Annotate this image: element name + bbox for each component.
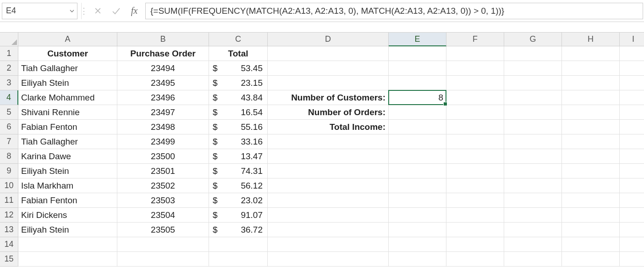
cell-G3[interactable] — [504, 76, 562, 90]
column-header-A[interactable]: A — [18, 33, 117, 46]
cell-C5[interactable]: $16.54 — [209, 105, 268, 120]
cell-D10[interactable] — [268, 178, 389, 193]
cell-G13[interactable] — [504, 223, 562, 237]
cell-I12[interactable] — [620, 208, 644, 223]
cell-D2[interactable] — [268, 61, 389, 76]
cell-H6[interactable] — [562, 120, 620, 134]
cell-F13[interactable] — [446, 223, 504, 237]
row-header-8[interactable]: 8 — [0, 149, 18, 164]
cell-I8[interactable] — [620, 149, 644, 164]
cell-C1[interactable]: Total — [209, 46, 268, 61]
cell-H11[interactable] — [562, 193, 620, 208]
column-header-H[interactable]: H — [562, 33, 620, 46]
cell-G12[interactable] — [504, 208, 562, 223]
cell-D14[interactable] — [268, 237, 389, 252]
cell-F10[interactable] — [446, 178, 504, 193]
column-header-F[interactable]: F — [446, 33, 504, 46]
row-header-15[interactable]: 15 — [0, 252, 18, 267]
row-header-11[interactable]: 11 — [0, 193, 18, 208]
row-header-3[interactable]: 3 — [0, 76, 18, 90]
cell-I5[interactable] — [620, 105, 644, 120]
cell-B4[interactable]: 23496 — [117, 90, 209, 105]
cell-H2[interactable] — [562, 61, 620, 76]
column-header-G[interactable]: G — [504, 33, 562, 46]
cell-F2[interactable] — [446, 61, 504, 76]
cell-A10[interactable]: Isla Markham — [18, 178, 117, 193]
cell-I7[interactable] — [620, 134, 644, 149]
cell-G4[interactable] — [504, 90, 562, 105]
cell-C2[interactable]: $53.45 — [209, 61, 268, 76]
cell-D13[interactable] — [268, 223, 389, 237]
cell-B7[interactable]: 23499 — [117, 134, 209, 149]
cell-H1[interactable] — [562, 46, 620, 61]
cell-H12[interactable] — [562, 208, 620, 223]
cell-I9[interactable] — [620, 164, 644, 178]
row-header-14[interactable]: 14 — [0, 237, 18, 252]
cell-B15[interactable] — [117, 252, 209, 267]
cell-A11[interactable]: Fabian Fenton — [18, 193, 117, 208]
enter-formula-button[interactable] — [107, 3, 125, 19]
cell-C15[interactable] — [209, 252, 268, 267]
cell-A12[interactable]: Kiri Dickens — [18, 208, 117, 223]
cell-C12[interactable]: $91.07 — [209, 208, 268, 223]
cell-I6[interactable] — [620, 120, 644, 134]
cell-C3[interactable]: $23.15 — [209, 76, 268, 90]
cell-B9[interactable]: 23501 — [117, 164, 209, 178]
row-header-13[interactable]: 13 — [0, 223, 18, 237]
column-header-I[interactable]: I — [620, 33, 644, 46]
cell-A8[interactable]: Karina Dawe — [18, 149, 117, 164]
cell-B11[interactable]: 23503 — [117, 193, 209, 208]
select-all-button[interactable] — [0, 33, 18, 46]
cell-F4[interactable] — [446, 90, 504, 105]
cell-F9[interactable] — [446, 164, 504, 178]
cell-I13[interactable] — [620, 223, 644, 237]
cell-F7[interactable] — [446, 134, 504, 149]
cell-A13[interactable]: Eiliyah Stein — [18, 223, 117, 237]
cell-D8[interactable] — [268, 149, 389, 164]
cell-C11[interactable]: $23.02 — [209, 193, 268, 208]
cell-E11[interactable] — [389, 193, 446, 208]
name-box-dropdown-icon[interactable] — [67, 3, 77, 19]
cell-H10[interactable] — [562, 178, 620, 193]
cell-A7[interactable]: Tiah Gallagher — [18, 134, 117, 149]
row-header-2[interactable]: 2 — [0, 61, 18, 76]
cell-C14[interactable] — [209, 237, 268, 252]
cell-E9[interactable] — [389, 164, 446, 178]
cell-B8[interactable]: 23500 — [117, 149, 209, 164]
cell-H3[interactable] — [562, 76, 620, 90]
cell-F5[interactable] — [446, 105, 504, 120]
cell-G15[interactable] — [504, 252, 562, 267]
cell-G1[interactable] — [504, 46, 562, 61]
cell-D7[interactable] — [268, 134, 389, 149]
row-header-12[interactable]: 12 — [0, 208, 18, 223]
cell-F3[interactable] — [446, 76, 504, 90]
name-box[interactable]: E4 — [2, 3, 77, 19]
cell-A14[interactable] — [18, 237, 117, 252]
cell-E7[interactable] — [389, 134, 446, 149]
cell-D12[interactable] — [268, 208, 389, 223]
cell-B14[interactable] — [117, 237, 209, 252]
cell-A4[interactable]: Clarke Mohammed — [18, 90, 117, 105]
cell-C10[interactable]: $56.12 — [209, 178, 268, 193]
cell-E6[interactable] — [389, 120, 446, 134]
cell-G6[interactable] — [504, 120, 562, 134]
cell-G7[interactable] — [504, 134, 562, 149]
cell-I15[interactable] — [620, 252, 644, 267]
cell-B6[interactable]: 23498 — [117, 120, 209, 134]
cancel-formula-button[interactable] — [88, 3, 107, 19]
cell-E8[interactable] — [389, 149, 446, 164]
cell-E15[interactable] — [389, 252, 446, 267]
cell-E13[interactable] — [389, 223, 446, 237]
cell-E5[interactable] — [389, 105, 446, 120]
cell-A5[interactable]: Shivani Rennie — [18, 105, 117, 120]
cell-I4[interactable] — [620, 90, 644, 105]
cell-A15[interactable] — [18, 252, 117, 267]
cell-I3[interactable] — [620, 76, 644, 90]
cell-I2[interactable] — [620, 61, 644, 76]
cell-H14[interactable] — [562, 237, 620, 252]
cell-A3[interactable]: Eiliyah Stein — [18, 76, 117, 90]
cell-C13[interactable]: $36.72 — [209, 223, 268, 237]
cell-D15[interactable] — [268, 252, 389, 267]
cell-G11[interactable] — [504, 193, 562, 208]
row-header-9[interactable]: 9 — [0, 164, 18, 178]
